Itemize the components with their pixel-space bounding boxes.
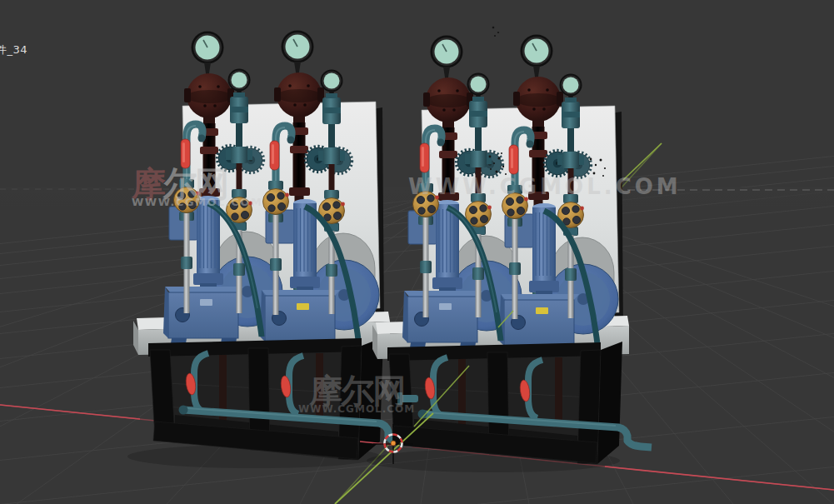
blender-3d-viewport[interactable]: 件_34 摩尔网 WWW.CGMOL.COM WWW.CGMOL.COM 摩尔网… — [0, 0, 834, 504]
viewport-canvas[interactable] — [0, 0, 834, 504]
pump-skid-left[interactable] — [127, 31, 412, 469]
pump-skid-right[interactable] — [367, 35, 652, 473]
